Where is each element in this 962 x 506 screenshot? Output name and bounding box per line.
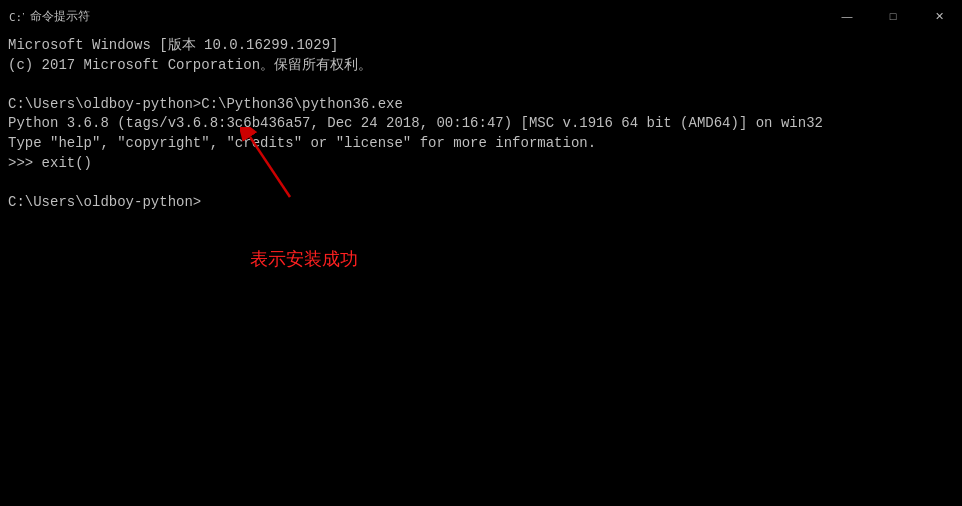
annotation-text: 表示安装成功: [250, 247, 358, 272]
maximize-button[interactable]: □: [870, 0, 916, 32]
terminal-body[interactable]: Microsoft Windows [版本 10.0.16299.1029] (…: [0, 32, 962, 506]
title-bar: C:\ 命令提示符 — □ ✕: [0, 0, 962, 32]
minimize-button[interactable]: —: [824, 0, 870, 32]
terminal-line-0: Microsoft Windows [版本 10.0.16299.1029]: [8, 36, 954, 56]
svg-text:C:\: C:\: [9, 11, 24, 24]
cmd-icon: C:\: [8, 8, 24, 24]
title-bar-controls: — □ ✕: [824, 0, 962, 32]
terminal-line-3: C:\Users\oldboy-python>C:\Python36\pytho…: [8, 95, 954, 115]
terminal-line-7: [8, 173, 954, 193]
terminal-line-4: Python 3.6.8 (tags/v3.6.8:3c6b436a57, De…: [8, 114, 954, 134]
terminal-line-1: (c) 2017 Microsoft Corporation。保留所有权利。: [8, 56, 954, 76]
close-button[interactable]: ✕: [916, 0, 962, 32]
terminal-line-8: C:\Users\oldboy-python>: [8, 193, 954, 213]
window-title: 命令提示符: [30, 8, 90, 25]
terminal-line-6: >>> exit(): [8, 154, 954, 174]
terminal-line-2: [8, 75, 954, 95]
terminal-line-5: Type "help", "copyright", "credits" or "…: [8, 134, 954, 154]
cmd-window: C:\ 命令提示符 — □ ✕ Microsoft Windows [版本 10…: [0, 0, 962, 506]
title-bar-left: C:\ 命令提示符: [8, 8, 90, 25]
svg-line-3: [250, 137, 290, 197]
arrow-icon: [240, 127, 320, 207]
